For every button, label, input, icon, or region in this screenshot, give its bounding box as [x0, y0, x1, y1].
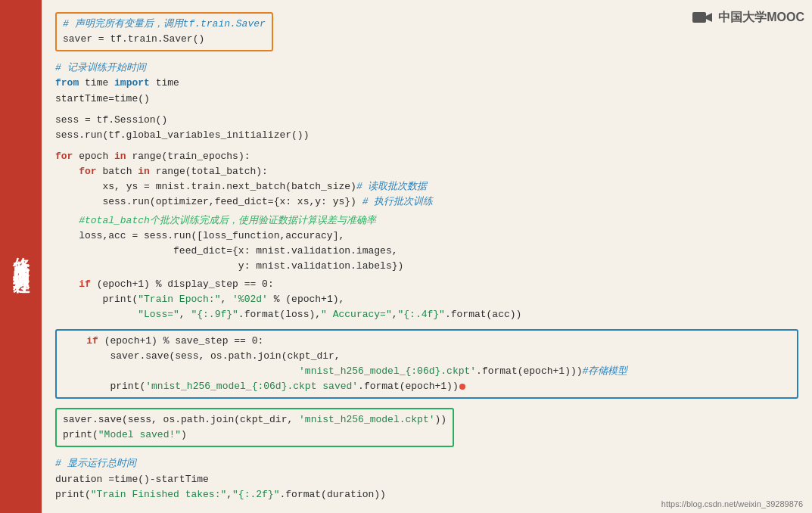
blue-box-save-step: if (epoch+1) % save_step == 0: saver.sav… [55, 329, 798, 400]
green-box-final-save: saver.save(sess, os.path.join(ckpt_dir, … [55, 408, 454, 447]
comment-saver: # 声明完所有变量后，调用tf.train.Saver [63, 17, 266, 32]
line-xs-ys: xs, ys = mnist.train.next_batch(batch_si… [55, 179, 798, 194]
code-area: # 声明完所有变量后，调用tf.train.Saver saver = tf.t… [55, 8, 798, 502]
watermark: https://blog.csdn.net/weixin_39289876 [661, 499, 803, 508]
red-dot-indicator [459, 384, 465, 390]
line-final-save2: print("Model saved!") [63, 428, 446, 443]
for-epoch: for epoch in range(train_epochs): [55, 149, 798, 164]
line-duration1: duration =time()-startTime [55, 472, 798, 487]
mooc-logo-icon [691, 6, 714, 29]
line-sess: sess = tf.Session() [55, 113, 798, 128]
main-content: 中国大学MOOC # 声明完所有变量后，调用tf.train.Saver sav… [42, 0, 812, 513]
logo-area: 中国大学MOOC [691, 6, 804, 29]
line-loss-acc2: feed_dict={x: mnist.validation.images, [55, 244, 798, 259]
line-saver-print: print('mnist_h256_model_{:06d}.ckpt save… [63, 379, 791, 394]
line-loss-acc1: loss,acc = sess.run([loss_function,accur… [55, 229, 798, 244]
logo-text: 中国大学MOOC [718, 10, 804, 26]
line-saver-save2: 'mnist_h256_model_{:06d}.ckpt'.format(ep… [63, 364, 791, 379]
line-loss-acc3: y: mnist.validation.labels}) [55, 259, 798, 274]
sidebar: 修改后的训练过程 [0, 0, 42, 513]
sidebar-title: 修改后的训练过程 [11, 244, 30, 269]
if-save-step: if (epoch+1) % save_step == 0: [63, 334, 791, 349]
line-sess-run-opt: sess.run(optimizer,feed_dict={x: xs,y: y… [55, 194, 798, 210]
svg-marker-1 [706, 13, 712, 22]
line-saver-save1: saver.save(sess, os.path.join(ckpt_dir, [63, 349, 791, 364]
print-train-epoch2: "Loss=", "{:.9f}".format(loss)," Accurac… [55, 307, 798, 322]
line-from-import: from time import time [55, 76, 798, 91]
line-global-init: sess.run(tf.global_variables_initializer… [55, 128, 798, 143]
if-display-step: if (epoch+1) % display_step == 0: [55, 277, 798, 292]
comment-total-batch: #total_batch个批次训练完成后，使用验证数据计算误差与准确率 [55, 213, 798, 229]
print-train-epoch1: print("Train Epoch:", '%02d' % (epoch+1)… [55, 292, 798, 307]
comment-duration: # 显示运行总时间 [55, 456, 798, 471]
line-saver: saver = tf.train.Saver() [63, 32, 266, 47]
line-starttime: startTime=time() [55, 92, 798, 107]
for-batch: for batch in range(total_batch): [55, 164, 798, 179]
orange-box-saver: # 声明完所有变量后，调用tf.train.Saver saver = tf.t… [55, 12, 273, 51]
svg-rect-0 [692, 12, 706, 23]
comment-time: # 记录训练开始时间 [55, 61, 798, 76]
line-final-save1: saver.save(sess, os.path.join(ckpt_dir, … [63, 412, 446, 428]
